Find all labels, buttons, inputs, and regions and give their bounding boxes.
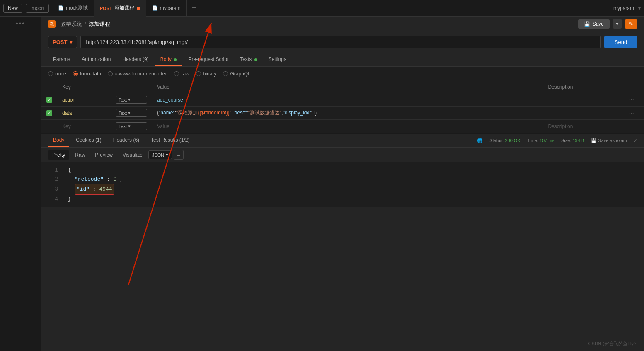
- row3-key-placeholder[interactable]: Key: [62, 123, 71, 129]
- tab-pre-request[interactable]: Pre-request Script: [183, 53, 233, 66]
- save-dropdown-button[interactable]: ▾: [613, 19, 622, 29]
- save-button[interactable]: 💾 Save: [578, 19, 610, 29]
- tab-list: 📄 mock测试 POST 添加课程 📄 myparam +: [52, 0, 610, 17]
- format-preview[interactable]: Preview: [91, 150, 117, 160]
- format-pretty[interactable]: Pretty: [48, 150, 69, 160]
- time-badge: Time: 107 ms: [527, 138, 554, 143]
- row2-desc: [543, 107, 623, 120]
- tab-authorization[interactable]: Authorization: [77, 53, 116, 66]
- json-format-select[interactable]: JSON ▾: [148, 150, 172, 159]
- col-type: [111, 81, 152, 93]
- row1-desc: [543, 93, 623, 107]
- row2-more[interactable]: ⋯: [628, 110, 634, 116]
- response-tab-cookies[interactable]: Cookies (1): [71, 134, 106, 147]
- top-bar: New Import 📄 mock测试 POST 添加课程 📄 myparam …: [0, 0, 644, 17]
- params-table-area: Key Value Description: [41, 81, 644, 133]
- tab-params[interactable]: Params: [48, 53, 75, 66]
- import-button[interactable]: Import: [26, 4, 49, 13]
- breadcrumb-current: 添加课程: [89, 20, 110, 28]
- row1-more[interactable]: ⋯: [628, 97, 634, 103]
- watermark: CSDN @^会飞的鱼Fly^: [588, 341, 636, 347]
- row3-value-placeholder[interactable]: Value: [157, 123, 169, 129]
- row2-value[interactable]: {"name":"课程添加{{$randomInt}}","desc":"测试数…: [157, 110, 317, 116]
- row2-key[interactable]: data: [62, 110, 72, 116]
- breadcrumb: 教 教学系统 / 添加课程: [48, 20, 110, 28]
- tab-settings[interactable]: Settings: [264, 53, 291, 66]
- tab-add-course[interactable]: POST 添加课程: [94, 0, 146, 17]
- save-as-label[interactable]: 💾 Save as exam: [591, 138, 627, 143]
- col-key: Key: [57, 81, 111, 93]
- send-button[interactable]: Send: [604, 36, 637, 48]
- wrap-button[interactable]: ≡: [174, 150, 184, 160]
- body-type-raw[interactable]: raw: [174, 71, 189, 77]
- row3-desc-placeholder[interactable]: Description: [548, 123, 573, 129]
- tab-dot: [137, 7, 140, 10]
- response-section: Body Cookies (1) Headers (6) Test Result…: [41, 133, 644, 351]
- response-area: Body Cookies (1) Headers (6) Test Result…: [41, 133, 644, 351]
- response-tab-test-results[interactable]: Test Results (1/2): [146, 134, 194, 147]
- body-type-urlencoded[interactable]: x-www-form-urlencoded: [108, 71, 167, 77]
- row3-type[interactable]: Text ▾: [116, 122, 147, 130]
- globe-icon: 🌐: [477, 138, 483, 143]
- response-line-3: 3 "id" : 4944: [48, 184, 637, 195]
- format-visualize[interactable]: Visualize: [119, 150, 147, 160]
- breadcrumb-path[interactable]: 教学系统: [61, 20, 82, 28]
- response-body: 1 { 2 "retcode" : 0 ,: [41, 162, 644, 207]
- row1-key[interactable]: action: [62, 97, 75, 103]
- radio-graphql[interactable]: [223, 71, 228, 76]
- url-bar: POST ▾ Send: [41, 31, 644, 53]
- row1-value[interactable]: add_course: [157, 97, 183, 103]
- sidebar-menu[interactable]: •••: [16, 20, 25, 27]
- body-type-none[interactable]: none: [48, 71, 66, 77]
- size-badge: Size: 194 B: [561, 138, 584, 143]
- tests-tab-dot: [254, 58, 257, 61]
- response-tabs: Body Cookies (1) Headers (6) Test Result…: [41, 134, 644, 148]
- body-type-group: none form-data x-www-form-urlencoded: [41, 67, 644, 81]
- response-line-4: 4 }: [48, 195, 637, 204]
- status-badge: Status: 200 OK: [489, 138, 521, 143]
- tab-myparam-icon: 📄: [152, 5, 158, 11]
- id-highlight: "id" : 4944: [75, 184, 114, 195]
- radio-urlencoded[interactable]: [108, 71, 113, 76]
- expand-icon[interactable]: ⤢: [634, 138, 637, 143]
- body-type-binary[interactable]: binary: [196, 71, 217, 77]
- edit-button[interactable]: ✎: [625, 19, 637, 29]
- table-row: data Text ▾ {"n: [41, 107, 644, 120]
- method-dropdown-arrow: ▾: [70, 39, 73, 45]
- row2-checkbox[interactable]: [46, 110, 52, 116]
- tab-tests[interactable]: Tests: [235, 53, 261, 66]
- top-right: myparam ▾: [613, 5, 641, 11]
- top-actions: 💾 Save ▾ ✎: [578, 19, 637, 29]
- params-table: Key Value Description: [41, 81, 644, 133]
- radio-none[interactable]: [48, 71, 53, 76]
- radio-form-data[interactable]: [73, 71, 78, 76]
- table-row-empty: Key Text ▾ Value: [41, 120, 644, 133]
- format-raw[interactable]: Raw: [71, 150, 89, 160]
- method-dropdown[interactable]: POST ▾: [48, 36, 77, 48]
- new-button[interactable]: New: [3, 4, 22, 13]
- row1-checkbox[interactable]: [46, 97, 52, 103]
- radio-raw[interactable]: [174, 71, 179, 76]
- breadcrumb-icon: 教: [48, 20, 56, 28]
- col-desc: Description: [543, 81, 623, 93]
- left-sidebar: •••: [0, 17, 41, 351]
- row1-type[interactable]: Text ▾: [116, 96, 147, 104]
- tab-body[interactable]: Body: [155, 53, 182, 66]
- add-tab-button[interactable]: +: [187, 4, 201, 12]
- body-type-form-data[interactable]: form-data: [73, 71, 101, 77]
- tab-headers[interactable]: Headers (9): [117, 53, 153, 66]
- tab-myparam[interactable]: 📄 myparam: [146, 0, 187, 17]
- tab-mock[interactable]: 📄 mock测试: [52, 0, 94, 17]
- radio-binary[interactable]: [196, 71, 201, 76]
- body-type-graphql[interactable]: GraphQL: [223, 71, 250, 77]
- breadcrumb-bar: 教 教学系统 / 添加课程 💾 Save ▾ ✎: [41, 17, 644, 31]
- response-tab-body[interactable]: Body: [48, 134, 69, 147]
- col-value: Value: [152, 81, 543, 93]
- user-dropdown[interactable]: myparam: [613, 5, 634, 11]
- url-input[interactable]: [80, 36, 601, 48]
- row2-type[interactable]: Text ▾: [116, 109, 147, 117]
- response-format-bar: Pretty Raw Preview Visualize JSON ▾ ≡: [41, 148, 644, 162]
- response-tab-headers[interactable]: Headers (6): [108, 134, 144, 147]
- user-dropdown-arrow[interactable]: ▾: [638, 5, 641, 11]
- response-line-2: 2 "retcode" : 0 ,: [48, 175, 637, 184]
